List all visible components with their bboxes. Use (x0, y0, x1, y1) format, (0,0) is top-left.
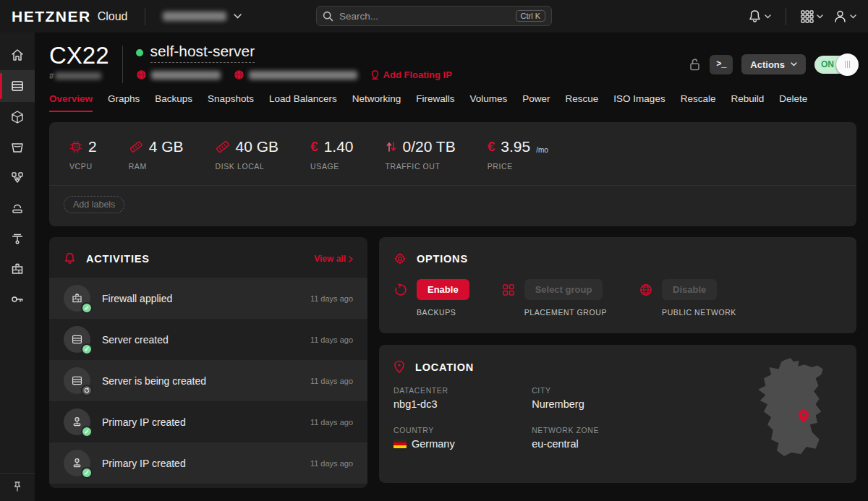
search-input[interactable] (339, 11, 516, 22)
avatar: ✓ (64, 408, 90, 435)
cloud-label: Cloud (98, 10, 128, 23)
select-placement-group-button[interactable]: Select group (524, 279, 603, 300)
tab-networking[interactable]: Networking (352, 93, 401, 112)
add-floating-ip-link[interactable]: Add Floating IP (370, 69, 452, 80)
activities-bell-icon (64, 252, 76, 265)
sidebar-item-floating-ips[interactable] (0, 193, 35, 223)
tab-power[interactable]: Power (522, 93, 550, 112)
floating-ip-icon (370, 70, 380, 80)
field-network-zone: NETWORK ZONE eu-central (532, 426, 670, 450)
traffic-arrows-icon (386, 140, 397, 153)
stat-value: 40 GB (236, 138, 279, 155)
ipv4-item[interactable] (136, 69, 221, 80)
activities-panel: ACTIVITIES View all ✓ Firewall applied 1… (49, 237, 367, 488)
activity-time: 11 days ago (310, 377, 353, 385)
activity-row[interactable]: ✓ Firewall applied 11 days ago (49, 278, 367, 319)
sidebar-item-servers[interactable] (0, 70, 35, 102)
power-toggle[interactable]: ON (814, 56, 856, 74)
pin-sidebar-icon[interactable] (12, 481, 22, 492)
console-button[interactable]: >_ (710, 55, 733, 74)
sidebar-item-load-balancers[interactable] (0, 163, 35, 193)
stat-value: 3.95 (501, 138, 530, 155)
server-status-dot (136, 49, 143, 56)
success-badge-icon: ✓ (81, 343, 93, 355)
notifications-menu[interactable] (748, 9, 771, 24)
activity-time: 11 days ago (310, 418, 353, 427)
tab-firewalls[interactable]: Firewalls (416, 93, 454, 112)
tab-backups[interactable]: Backups (155, 93, 192, 112)
tab-rebuild[interactable]: Rebuild (731, 93, 764, 112)
search-bar[interactable]: Ctrl K (316, 6, 552, 26)
tab-graphs[interactable]: Graphs (108, 93, 140, 112)
tab-iso-images[interactable]: ISO Images (613, 93, 665, 112)
server-icon (71, 333, 83, 346)
globe-icon (136, 69, 147, 80)
field-country: COUNTRY Germany (393, 426, 532, 450)
actions-button[interactable]: Actions (741, 54, 806, 74)
cpu-chip-icon (69, 140, 82, 153)
chevron-down-icon (817, 14, 823, 19)
firewalls-icon (10, 262, 25, 276)
server-type: CX22 (49, 43, 109, 69)
tab-volumes[interactable]: Volumes (470, 93, 508, 112)
gear-icon (393, 252, 407, 265)
field-value: eu-central (532, 438, 670, 450)
stat-label: USAGE (310, 162, 353, 171)
hetzner-logo[interactable]: HETZNER (12, 8, 91, 25)
euro-icon: € (310, 140, 318, 153)
tab-delete[interactable]: Delete (779, 93, 807, 112)
option-placement-group: Select group PLACEMENT GROUP (501, 279, 607, 317)
stat-ram: 4 GB RAM (129, 138, 184, 171)
server-name-block: self-host-server Add Floating IP (136, 43, 452, 80)
apps-menu[interactable] (801, 10, 823, 23)
topbar-right (748, 0, 856, 33)
sidebar-item-networks[interactable] (0, 223, 35, 254)
activity-row[interactable]: Server is being created 11 days ago (49, 360, 367, 401)
unlock-icon[interactable] (689, 57, 701, 72)
primary-ip-icon (71, 416, 83, 428)
user-menu[interactable] (833, 9, 856, 23)
tab-rescale[interactable]: Rescale (681, 93, 716, 112)
options-panel: OPTIONS Enable BACKUPS (379, 237, 856, 333)
stat-traffic: 0/20 TB TRAFFIC OUT (386, 138, 456, 171)
sidebar-item-images[interactable] (0, 102, 35, 132)
server-id: # (49, 72, 109, 80)
germany-flag-icon (393, 440, 407, 448)
field-label: COUNTRY (393, 426, 532, 434)
disable-public-network-button[interactable]: Disable (662, 279, 717, 300)
activity-row[interactable]: ✓ Server created 11 days ago (49, 319, 367, 360)
tab-snapshots[interactable]: Snapshots (208, 93, 254, 112)
tab-rescue[interactable]: Rescue (566, 93, 599, 112)
running-badge-icon (81, 385, 93, 396)
activity-title: Primary IP created (102, 416, 186, 428)
tab-load-balancers[interactable]: Load Balancers (269, 93, 337, 112)
stat-vcpu: 2 VCPU (69, 138, 97, 171)
sidebar-item-home[interactable] (0, 40, 35, 70)
activity-title: Server is being created (102, 375, 206, 387)
stat-label: RAM (129, 162, 184, 171)
sidebar-item-storage[interactable] (0, 132, 35, 163)
ipv6-item[interactable] (234, 69, 357, 80)
main-content: CX22 # self-host-server (35, 33, 868, 501)
sidebar-item-firewalls[interactable] (0, 254, 35, 284)
option-label: PLACEMENT GROUP (524, 308, 607, 317)
user-icon (833, 9, 847, 23)
tab-overview[interactable]: Overview (49, 93, 93, 112)
location-fields: DATACENTER nbg1-dc3 CITY Nuremberg COUNT… (379, 386, 684, 450)
server-name[interactable]: self-host-server (150, 43, 255, 63)
view-all-link[interactable]: View all (314, 254, 353, 264)
location-pin-icon (393, 360, 405, 374)
ip-row: Add Floating IP (136, 69, 452, 80)
activity-time: 11 days ago (310, 335, 353, 344)
project-name-redacted[interactable] (163, 12, 226, 21)
chevron-down-icon[interactable] (234, 14, 242, 19)
hetzner-cloud-console: HETZNER Cloud Ctrl K (0, 0, 868, 501)
enable-backups-button[interactable]: Enable (417, 279, 469, 300)
add-labels-button[interactable]: Add labels (64, 196, 124, 213)
search-icon (323, 11, 333, 22)
load-balancers-icon (10, 171, 25, 185)
ipv4-redacted (151, 71, 221, 80)
activity-row[interactable]: ✓ Primary IP created 11 days ago (49, 401, 367, 442)
sidebar-item-security[interactable] (0, 284, 35, 314)
activity-row[interactable]: ✓ Primary IP created 11 days ago (49, 442, 367, 484)
